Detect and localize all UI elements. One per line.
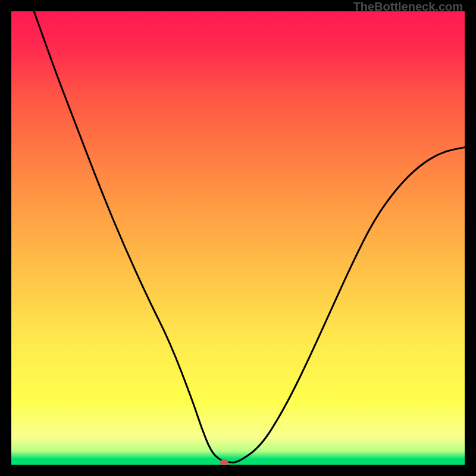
chart-stage: TheBottleneck.com xyxy=(0,0,476,476)
curve-layer xyxy=(11,11,465,465)
bottleneck-curve xyxy=(34,11,465,462)
optimum-marker xyxy=(220,459,228,465)
watermark-text: TheBottleneck.com xyxy=(353,0,463,14)
